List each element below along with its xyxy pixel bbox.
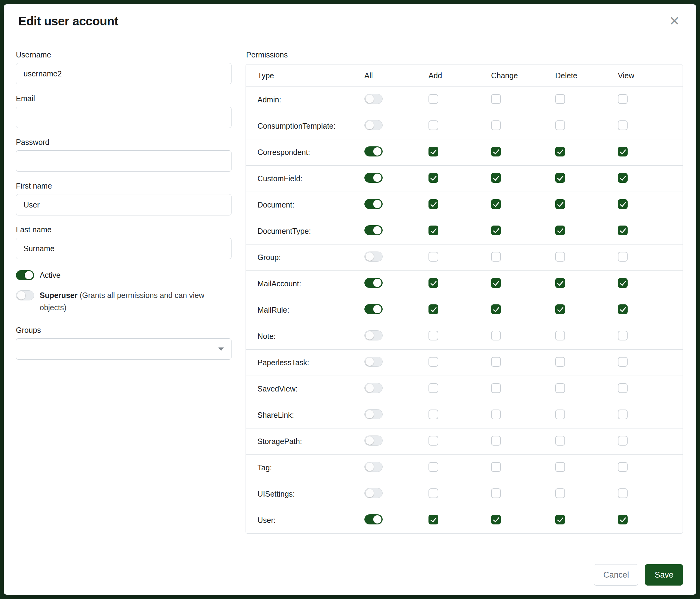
perm-view-checkbox[interactable] xyxy=(618,462,628,472)
perm-change-checkbox[interactable] xyxy=(491,252,501,262)
perm-view-checkbox[interactable] xyxy=(618,304,628,314)
perm-all-toggle[interactable] xyxy=(364,330,383,340)
perm-delete-checkbox[interactable] xyxy=(555,252,565,262)
perm-add-checkbox[interactable] xyxy=(428,225,438,235)
perm-add-checkbox[interactable] xyxy=(428,199,438,209)
perm-view-checkbox[interactable] xyxy=(618,252,628,262)
perm-add-checkbox[interactable] xyxy=(428,278,438,288)
perm-delete-checkbox[interactable] xyxy=(555,436,565,446)
perm-delete-checkbox[interactable] xyxy=(555,357,565,367)
last-name-field[interactable] xyxy=(16,238,231,259)
perm-add-checkbox[interactable] xyxy=(428,436,438,446)
perm-delete-checkbox[interactable] xyxy=(555,383,565,393)
perm-view-checkbox[interactable] xyxy=(618,383,628,393)
perm-delete-checkbox[interactable] xyxy=(555,94,565,104)
perm-add-checkbox[interactable] xyxy=(428,252,438,262)
perm-view-checkbox[interactable] xyxy=(618,331,628,340)
perm-all-toggle[interactable] xyxy=(364,173,383,183)
perm-all-toggle[interactable] xyxy=(364,251,383,262)
perm-change-checkbox[interactable] xyxy=(491,488,501,498)
perm-change-checkbox[interactable] xyxy=(491,304,501,314)
perm-view-checkbox[interactable] xyxy=(618,173,628,183)
perm-change-checkbox[interactable] xyxy=(491,94,501,104)
cancel-button[interactable]: Cancel xyxy=(594,564,638,585)
perm-delete-checkbox[interactable] xyxy=(555,173,565,183)
perm-add-checkbox[interactable] xyxy=(428,120,438,130)
perm-add-checkbox[interactable] xyxy=(428,94,438,104)
password-field[interactable] xyxy=(16,150,231,172)
perm-view-checkbox[interactable] xyxy=(618,409,628,419)
perm-delete-checkbox[interactable] xyxy=(555,331,565,340)
perm-all-toggle[interactable] xyxy=(364,278,383,288)
perm-change-checkbox[interactable] xyxy=(491,147,501,157)
perm-change-checkbox[interactable] xyxy=(491,514,501,524)
perm-change-checkbox[interactable] xyxy=(491,331,501,340)
perm-change-checkbox[interactable] xyxy=(491,383,501,393)
perm-view-checkbox[interactable] xyxy=(618,147,628,157)
perm-delete-checkbox[interactable] xyxy=(555,409,565,419)
perm-view-checkbox[interactable] xyxy=(618,94,628,104)
perm-all-toggle[interactable] xyxy=(364,120,383,130)
perm-view-checkbox[interactable] xyxy=(618,225,628,235)
perm-change-checkbox[interactable] xyxy=(491,436,501,446)
active-toggle[interactable] xyxy=(16,270,34,280)
perm-add-checkbox[interactable] xyxy=(428,331,438,340)
perm-add-checkbox[interactable] xyxy=(428,173,438,183)
perm-delete-checkbox[interactable] xyxy=(555,225,565,235)
perm-delete-checkbox[interactable] xyxy=(555,199,565,209)
perm-add-checkbox[interactable] xyxy=(428,357,438,367)
perm-view-checkbox[interactable] xyxy=(618,199,628,209)
perm-add-checkbox[interactable] xyxy=(428,488,438,498)
perm-all-toggle[interactable] xyxy=(364,514,383,524)
perm-view-checkbox[interactable] xyxy=(618,488,628,498)
superuser-toggle[interactable] xyxy=(16,290,34,301)
perm-change-checkbox[interactable] xyxy=(491,199,501,209)
groups-select[interactable] xyxy=(16,338,231,360)
email-field[interactable] xyxy=(16,107,231,128)
perm-view-checkbox[interactable] xyxy=(618,357,628,367)
first-name-field[interactable] xyxy=(16,194,231,215)
perm-add-checkbox[interactable] xyxy=(428,462,438,472)
perm-change-checkbox[interactable] xyxy=(491,120,501,130)
perm-all-toggle[interactable] xyxy=(364,357,383,367)
perm-type-label: StoragePath: xyxy=(257,437,364,446)
perm-all-toggle[interactable] xyxy=(364,488,383,498)
perm-change-checkbox[interactable] xyxy=(491,357,501,367)
perm-change-checkbox[interactable] xyxy=(491,225,501,235)
perm-change-checkbox[interactable] xyxy=(491,462,501,472)
perm-change-checkbox[interactable] xyxy=(491,278,501,288)
perm-change-checkbox[interactable] xyxy=(491,409,501,419)
save-button[interactable]: Save xyxy=(645,564,683,585)
perm-change-checkbox[interactable] xyxy=(491,173,501,183)
username-input[interactable] xyxy=(16,63,231,85)
perm-add-checkbox[interactable] xyxy=(428,514,438,524)
perm-all-toggle[interactable] xyxy=(364,383,383,393)
column-header-add: Add xyxy=(428,71,491,80)
edit-user-modal: Edit user account ✕ Username Email Passw… xyxy=(4,4,696,595)
perm-all-toggle[interactable] xyxy=(364,146,383,157)
perm-delete-checkbox[interactable] xyxy=(555,462,565,472)
perm-add-checkbox[interactable] xyxy=(428,304,438,314)
perm-delete-checkbox[interactable] xyxy=(555,278,565,288)
perm-all-toggle[interactable] xyxy=(364,435,383,446)
perm-delete-checkbox[interactable] xyxy=(555,120,565,130)
perm-add-checkbox[interactable] xyxy=(428,147,438,157)
permissions-label: Permissions xyxy=(246,50,683,59)
perm-all-toggle[interactable] xyxy=(364,304,383,314)
perm-view-checkbox[interactable] xyxy=(618,514,628,524)
perm-all-toggle[interactable] xyxy=(364,409,383,419)
perm-add-checkbox[interactable] xyxy=(428,409,438,419)
perm-delete-checkbox[interactable] xyxy=(555,304,565,314)
perm-delete-checkbox[interactable] xyxy=(555,488,565,498)
perm-all-toggle[interactable] xyxy=(364,225,383,235)
perm-all-toggle[interactable] xyxy=(364,94,383,104)
perm-view-checkbox[interactable] xyxy=(618,120,628,130)
perm-view-checkbox[interactable] xyxy=(618,278,628,288)
close-icon[interactable]: ✕ xyxy=(667,14,682,29)
perm-delete-checkbox[interactable] xyxy=(555,514,565,524)
perm-all-toggle[interactable] xyxy=(364,199,383,209)
perm-delete-checkbox[interactable] xyxy=(555,147,565,157)
perm-all-toggle[interactable] xyxy=(364,462,383,472)
perm-add-checkbox[interactable] xyxy=(428,383,438,393)
perm-view-checkbox[interactable] xyxy=(618,436,628,446)
